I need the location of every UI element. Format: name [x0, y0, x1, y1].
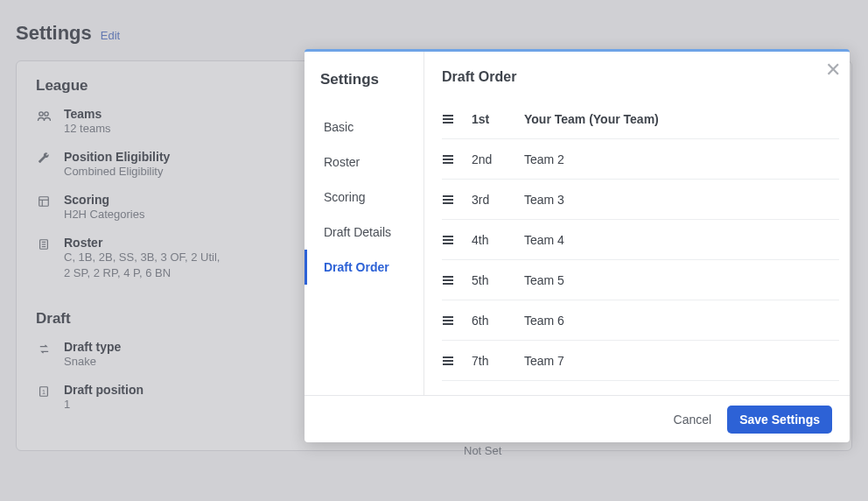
- drag-handle-icon[interactable]: [442, 315, 472, 326]
- modal-footer: Cancel Save Settings: [304, 395, 850, 442]
- rank-label: 2nd: [472, 152, 524, 166]
- team-name: Team 5: [524, 273, 839, 287]
- drag-handle-icon[interactable]: [442, 194, 472, 205]
- content-title: Draft Order: [442, 69, 839, 85]
- rank-label: 3rd: [472, 193, 524, 207]
- team-name: Team 6: [524, 314, 839, 328]
- modal-sidebar-title: Settings: [320, 71, 424, 88]
- drag-handle-icon[interactable]: [442, 154, 472, 165]
- team-name: Team 7: [524, 354, 839, 368]
- nav-basic[interactable]: Basic: [320, 109, 424, 145]
- rank-label: 6th: [472, 314, 524, 328]
- save-settings-button[interactable]: Save Settings: [727, 406, 832, 434]
- draft-order-row[interactable]: 7th Team 7: [442, 341, 839, 381]
- drag-handle-icon[interactable]: [442, 356, 472, 366]
- draft-order-row[interactable]: 1st Your Team (Your Team): [442, 99, 839, 139]
- modal-sidebar: Settings Basic Roster Scoring Draft Deta…: [304, 52, 424, 395]
- team-name: Team 4: [524, 233, 839, 247]
- close-icon[interactable]: ✕: [825, 60, 841, 80]
- rank-label: 5th: [472, 273, 524, 287]
- draft-order-row[interactable]: 5th Team 5: [442, 260, 839, 300]
- drag-handle-icon[interactable]: [442, 114, 472, 124]
- draft-order-row[interactable]: 6th Team 6: [442, 300, 839, 341]
- nav-draft-order[interactable]: Draft Order: [304, 250, 424, 285]
- cancel-button[interactable]: Cancel: [674, 413, 712, 427]
- draft-order-row[interactable]: 4th Team 4: [442, 220, 839, 260]
- rank-label: 1st: [472, 112, 524, 126]
- team-name: Team 3: [524, 193, 839, 207]
- drag-handle-icon[interactable]: [442, 235, 472, 245]
- draft-order-row[interactable]: 3rd Team 3: [442, 180, 839, 220]
- team-name: Your Team (Your Team): [524, 112, 839, 126]
- rank-label: 7th: [472, 354, 524, 368]
- team-name: Team 2: [524, 152, 839, 166]
- rank-label: 4th: [472, 233, 524, 247]
- draft-order-row[interactable]: 2nd Team 2: [442, 139, 839, 180]
- nav-roster[interactable]: Roster: [320, 145, 424, 180]
- nav-draft-details[interactable]: Draft Details: [320, 215, 424, 250]
- nav-scoring[interactable]: Scoring: [320, 180, 424, 215]
- draft-order-modal: ✕ Settings Basic Roster Scoring Draft De…: [304, 49, 850, 442]
- modal-content[interactable]: Draft Order 1st Your Team (Your Team) 2n…: [424, 52, 850, 395]
- draft-order-list: 1st Your Team (Your Team) 2nd Team 2 3rd…: [442, 99, 839, 381]
- modal-body: Settings Basic Roster Scoring Draft Deta…: [304, 52, 850, 395]
- drag-handle-icon[interactable]: [442, 275, 472, 286]
